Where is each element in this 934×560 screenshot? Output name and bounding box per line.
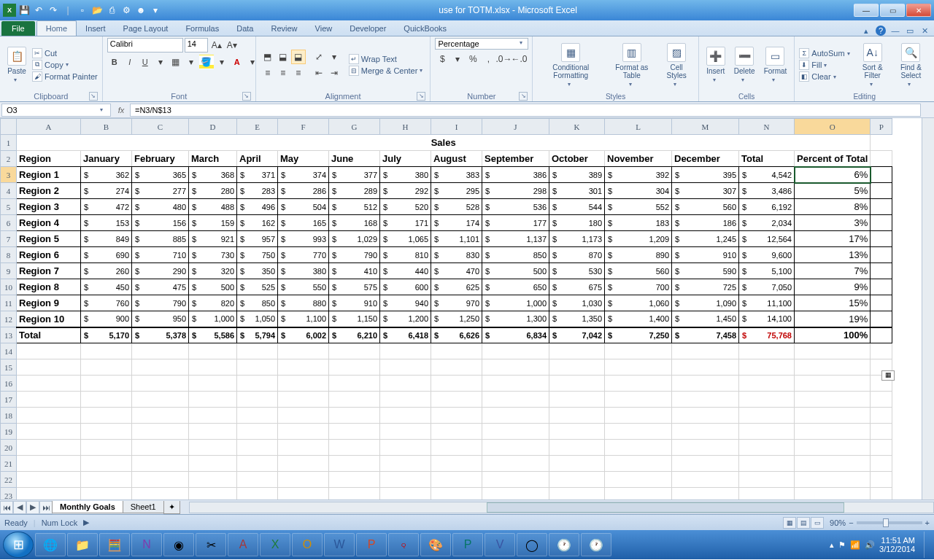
tray-up-icon[interactable]: ▴ bbox=[830, 540, 834, 550]
find-select-button[interactable]: 🔍Find & Select▾ bbox=[892, 42, 930, 89]
col-header[interactable]: F bbox=[278, 119, 329, 135]
empty-cell[interactable] bbox=[431, 424, 482, 440]
empty-cell[interactable] bbox=[605, 488, 672, 500]
row-header[interactable]: 2 bbox=[1, 151, 17, 167]
data-cell[interactable]: $1,300 bbox=[482, 311, 549, 327]
empty-cell[interactable] bbox=[482, 488, 549, 500]
row-header[interactable]: 5 bbox=[1, 199, 17, 215]
empty-cell[interactable] bbox=[380, 343, 431, 359]
view-layout-icon[interactable]: ▤ bbox=[797, 517, 810, 529]
empty-cell[interactable] bbox=[605, 472, 672, 488]
empty-cell[interactable] bbox=[17, 343, 81, 359]
increase-indent-icon[interactable]: ⇥ bbox=[327, 66, 341, 80]
empty-cell[interactable] bbox=[739, 488, 795, 500]
empty-cell[interactable] bbox=[17, 440, 81, 456]
data-cell[interactable]: $1,137 bbox=[482, 231, 549, 247]
empty-cell[interactable] bbox=[17, 408, 81, 424]
empty-cell[interactable] bbox=[482, 472, 549, 488]
empty-cell[interactable] bbox=[739, 392, 795, 408]
empty-cell[interactable] bbox=[189, 408, 237, 424]
empty-cell[interactable] bbox=[482, 456, 549, 472]
row-header[interactable]: 7 bbox=[1, 231, 17, 247]
copy-button[interactable]: ⧉Copy▾ bbox=[32, 60, 98, 70]
data-cell[interactable]: $377 bbox=[329, 167, 380, 183]
data-cell[interactable]: $530 bbox=[549, 263, 605, 279]
empty-cell[interactable] bbox=[871, 408, 892, 424]
data-cell[interactable]: $525 bbox=[237, 279, 278, 295]
worksheet-grid[interactable]: ABCDEFGHIJKLMNOP1Sales2RegionJanuaryFebr… bbox=[0, 118, 934, 499]
data-cell[interactable]: $552 bbox=[605, 199, 672, 215]
col-header[interactable]: A bbox=[17, 119, 81, 135]
data-cell[interactable]: $790 bbox=[132, 295, 189, 311]
ribbon-tab-formulas[interactable]: Formulas bbox=[177, 21, 228, 36]
taskbar-outlook-icon[interactable]: O bbox=[292, 533, 323, 556]
data-cell[interactable]: $590 bbox=[672, 263, 739, 279]
font-size-select[interactable]: 14 bbox=[185, 38, 208, 52]
region-cell[interactable]: Region 9 bbox=[17, 295, 81, 311]
total-cell[interactable]: $2,034 bbox=[739, 215, 795, 231]
empty-cell[interactable] bbox=[795, 488, 871, 500]
data-cell[interactable]: $440 bbox=[380, 263, 431, 279]
total-data-cell[interactable]: $6,626 bbox=[431, 327, 482, 343]
total-data-cell[interactable]: $5,794 bbox=[237, 327, 278, 343]
percent-cell[interactable]: 19% bbox=[795, 311, 871, 327]
taskbar-paint-icon[interactable]: 🎨 bbox=[420, 533, 451, 556]
delete-cells-button[interactable]: ➖Delete▾ bbox=[731, 45, 758, 85]
empty-cell[interactable] bbox=[189, 440, 237, 456]
autosum-button[interactable]: ΣAutoSum▾ bbox=[799, 48, 852, 58]
column-header-cell[interactable]: August bbox=[431, 151, 482, 167]
alignment-dialog-icon[interactable]: ↘ bbox=[417, 92, 425, 101]
empty-cell[interactable] bbox=[795, 376, 871, 392]
help-icon[interactable]: ? bbox=[876, 26, 886, 36]
total-cell[interactable]: $11,100 bbox=[739, 295, 795, 311]
empty-cell[interactable] bbox=[329, 472, 380, 488]
zoom-out-icon[interactable]: − bbox=[849, 518, 853, 527]
col-header[interactable]: D bbox=[189, 119, 237, 135]
data-cell[interactable]: $625 bbox=[431, 279, 482, 295]
sheet-nav-first-icon[interactable]: ⏮ bbox=[0, 501, 13, 514]
total-cell[interactable]: $4,542 bbox=[739, 167, 795, 183]
row-header[interactable]: 8 bbox=[1, 247, 17, 263]
zoom-slider[interactable] bbox=[857, 521, 922, 524]
data-cell[interactable]: $1,173 bbox=[549, 231, 605, 247]
data-cell[interactable]: $374 bbox=[278, 167, 329, 183]
data-cell[interactable]: $830 bbox=[431, 247, 482, 263]
region-cell[interactable]: Region 8 bbox=[17, 279, 81, 295]
data-cell[interactable]: $544 bbox=[549, 199, 605, 215]
decrease-decimal-icon[interactable]: ←.0 bbox=[512, 52, 526, 66]
column-header-cell[interactable]: June bbox=[329, 151, 380, 167]
col-header[interactable]: H bbox=[380, 119, 431, 135]
data-cell[interactable]: $650 bbox=[482, 279, 549, 295]
total-data-cell[interactable]: $6,418 bbox=[380, 327, 431, 343]
col-header[interactable]: K bbox=[549, 119, 605, 135]
empty-cell[interactable] bbox=[132, 408, 189, 424]
row-header[interactable]: 16 bbox=[1, 376, 17, 392]
empty-cell[interactable] bbox=[380, 440, 431, 456]
wrap-text-button[interactable]: ↵Wrap Text bbox=[349, 54, 426, 64]
col-header[interactable]: O bbox=[795, 119, 871, 135]
data-cell[interactable]: $183 bbox=[605, 215, 672, 231]
data-cell[interactable]: $177 bbox=[482, 215, 549, 231]
data-cell[interactable]: $295 bbox=[431, 183, 482, 199]
align-top-icon[interactable]: ⬒ bbox=[260, 50, 275, 64]
col-header[interactable]: N bbox=[739, 119, 795, 135]
percent-cell[interactable]: 8% bbox=[795, 199, 871, 215]
data-cell[interactable]: $560 bbox=[605, 263, 672, 279]
sheet-nav-next-icon[interactable]: ▶ bbox=[26, 501, 39, 514]
empty-cell[interactable] bbox=[431, 472, 482, 488]
region-cell[interactable]: Region 10 bbox=[17, 311, 81, 327]
data-cell[interactable]: $380 bbox=[380, 167, 431, 183]
total-data-cell[interactable]: $7,250 bbox=[605, 327, 672, 343]
empty-cell[interactable] bbox=[380, 456, 431, 472]
data-cell[interactable]: $350 bbox=[237, 263, 278, 279]
empty-cell[interactable] bbox=[431, 343, 482, 359]
empty-cell[interactable] bbox=[81, 424, 132, 440]
row-header[interactable]: 23 bbox=[1, 488, 17, 500]
total-data-cell[interactable]: $7,458 bbox=[672, 327, 739, 343]
empty-cell[interactable] bbox=[871, 456, 892, 472]
empty-cell[interactable] bbox=[549, 424, 605, 440]
data-cell[interactable]: $362 bbox=[81, 167, 132, 183]
data-cell[interactable]: $1,350 bbox=[549, 311, 605, 327]
empty-cell[interactable] bbox=[329, 359, 380, 376]
data-cell[interactable]: $368 bbox=[189, 167, 237, 183]
